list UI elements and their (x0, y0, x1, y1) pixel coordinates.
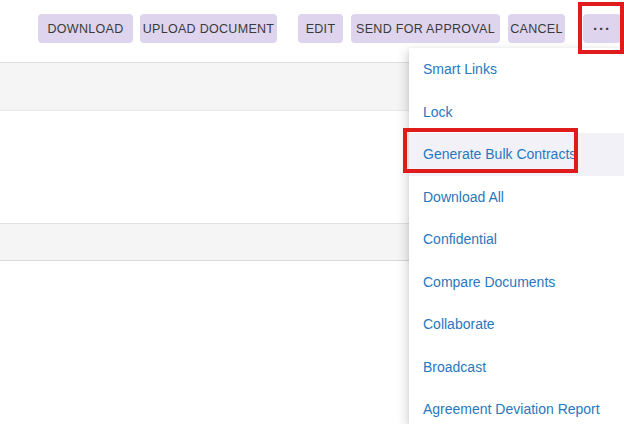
ellipsis-icon: ··· (593, 20, 611, 37)
send-for-approval-button[interactable]: SEND FOR APPROVAL (351, 14, 500, 43)
download-button[interactable]: DOWNLOAD (38, 14, 133, 43)
overflow-menu: Smart Links Lock Generate Bulk Contracts… (409, 48, 624, 424)
cancel-button[interactable]: CANCEL (508, 14, 565, 43)
app-root: DOWNLOAD UPLOAD DOCUMENT EDIT SEND FOR A… (0, 0, 624, 424)
menu-item-smart-links[interactable]: Smart Links (409, 48, 624, 91)
upload-document-button[interactable]: UPLOAD DOCUMENT (140, 14, 277, 43)
menu-item-confidential[interactable]: Confidential (409, 218, 624, 261)
menu-item-collaborate[interactable]: Collaborate (409, 303, 624, 346)
menu-item-agreement-deviation-report[interactable]: Agreement Deviation Report (409, 388, 624, 424)
menu-item-broadcast[interactable]: Broadcast (409, 346, 624, 389)
menu-item-lock[interactable]: Lock (409, 91, 624, 134)
more-options-button[interactable]: ··· (583, 14, 621, 43)
edit-button[interactable]: EDIT (298, 14, 343, 43)
menu-item-compare-documents[interactable]: Compare Documents (409, 261, 624, 304)
menu-item-generate-bulk-contracts[interactable]: Generate Bulk Contracts (409, 133, 624, 176)
menu-item-download-all[interactable]: Download All (409, 176, 624, 219)
